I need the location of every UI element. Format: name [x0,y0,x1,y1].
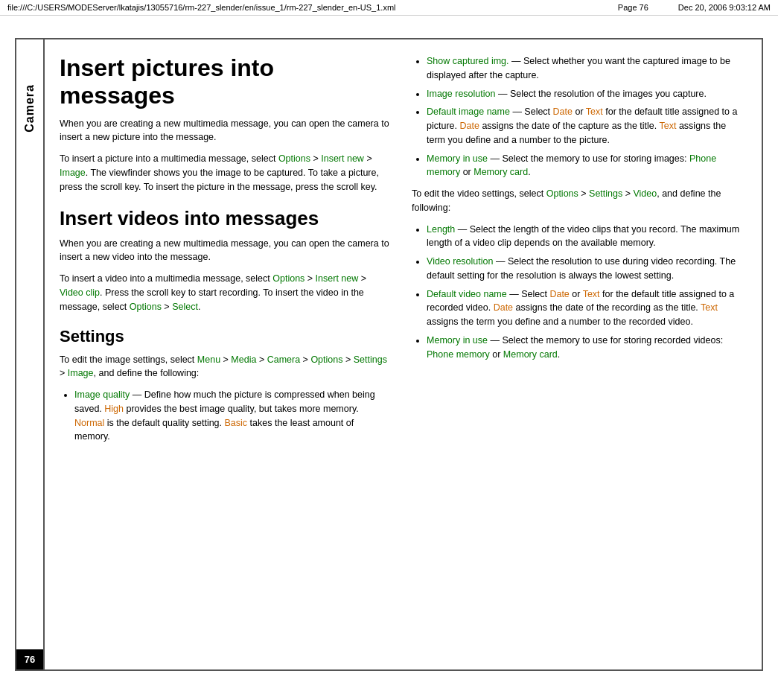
content-area: Insert pictures into messages When you a… [45,39,762,669]
menu-link: Menu [197,354,220,365]
insert-new-link: Insert new [321,153,364,164]
left-column: Insert pictures into messages When you a… [60,54,389,655]
media-link: Media [231,354,256,365]
bullet-memory-in-use-video: Memory in use — Select the memory to use… [427,334,747,362]
insert-pictures-para2: To insert a picture into a multimedia me… [60,152,389,194]
insert-new-link2: Insert new [316,273,359,284]
default-image-name-link: Default image name [427,106,510,117]
top-bar: file:///C:/USERS/MODEServer/lkatajis/130… [0,0,778,16]
video-settings-intro: To edit the video settings, select Optio… [412,187,747,215]
memory-in-use-link2: Memory in use [427,335,488,346]
section-insert-pictures: Insert pictures into messages When you a… [60,54,389,194]
bullet-length: Length — Select the length of the video … [427,223,747,251]
options-link4: Options [310,354,342,365]
page-number-box: 76 [16,649,43,669]
image-resolution-link: Image resolution [427,89,495,99]
video-settings-bullets: Length — Select the length of the video … [412,223,747,362]
options-link2: Options [272,273,304,284]
date-link3: Date [549,289,569,299]
bullet-default-image-name: Default image name — Select Date or Text… [427,105,747,147]
text-link2: Text [660,121,677,131]
options-link3: Options [130,302,162,312]
date-link1: Date [553,106,573,117]
bullet-default-video-name: Default video name — Select Date or Text… [427,287,747,329]
camera-link: Camera [267,354,300,365]
settings-bullets: Image quality — Define how much the pict… [60,388,389,444]
length-link: Length [427,224,455,235]
options-link5: Options [546,188,578,199]
image-quality-link: Image quality [74,389,130,400]
memory-card-link2: Memory card [503,349,558,360]
filepath: file:///C:/USERS/MODEServer/lkatajis/130… [7,3,396,12]
high-link: High [104,404,124,414]
video-clip-link: Video clip [60,287,100,298]
bullet-image-resolution: Image resolution — Select the resolution… [427,87,747,101]
text-link1: Text [586,106,603,117]
date-link4: Date [494,302,513,313]
bullet-video-resolution: Video resolution — Select the resolution… [427,255,747,283]
image-link2: Image [68,368,94,378]
insert-videos-para1: When you are creating a new multimedia m… [60,237,389,265]
normal-link: Normal [74,418,104,428]
top-bar-right: Page 76 Dec 20, 2006 9:03:12 AM [618,3,771,12]
section-insert-videos: Insert videos into messages When you are… [60,207,389,314]
date-link2: Date [460,121,479,131]
bullet-show-captured: Show captured img. — Select whether you … [427,54,747,83]
options-link1: Options [278,153,310,164]
select-link: Select [172,302,198,312]
page-wrapper: Camera 76 Insert pictures into messages … [15,38,763,671]
memory-card-link1: Memory card [474,167,528,177]
date-label: Dec 20, 2006 9:03:12 AM [678,3,771,12]
default-video-name-link: Default video name [427,289,507,299]
sidebar-label: Camera [23,84,36,133]
settings-title: Settings [60,327,389,346]
text-link3: Text [583,289,600,299]
insert-pictures-title: Insert pictures into messages [60,54,389,109]
bullet-image-quality: Image quality — Define how much the pict… [74,388,389,444]
sidebar: Camera 76 [16,39,45,669]
memory-in-use-link1: Memory in use [427,153,488,164]
insert-pictures-para1: When you are creating a new multimedia m… [60,117,389,145]
basic-link: Basic [225,418,248,428]
bullet-memory-in-use-images: Memory in use — Select the memory to use… [427,152,747,180]
phone-memory-link2: Phone memory [427,349,490,360]
right-column: Show captured img. — Select whether you … [412,54,747,655]
insert-videos-title: Insert videos into messages [60,207,389,230]
image-settings-bullets: Show captured img. — Select whether you … [412,54,747,179]
video-resolution-link: Video resolution [427,256,493,267]
settings-link: Settings [354,354,387,365]
page-label: Page 76 [618,3,648,12]
video-link: Video [633,188,657,199]
text-link4: Text [701,302,718,313]
settings-link2: Settings [589,188,622,199]
image-link: Image [60,168,86,178]
section-settings: Settings To edit the image settings, sel… [60,327,389,444]
insert-videos-para2: To insert a video into a multimedia mess… [60,272,389,314]
settings-para1: To edit the image settings, select Menu … [60,353,389,381]
show-captured-link: Show captured img. [427,56,508,66]
